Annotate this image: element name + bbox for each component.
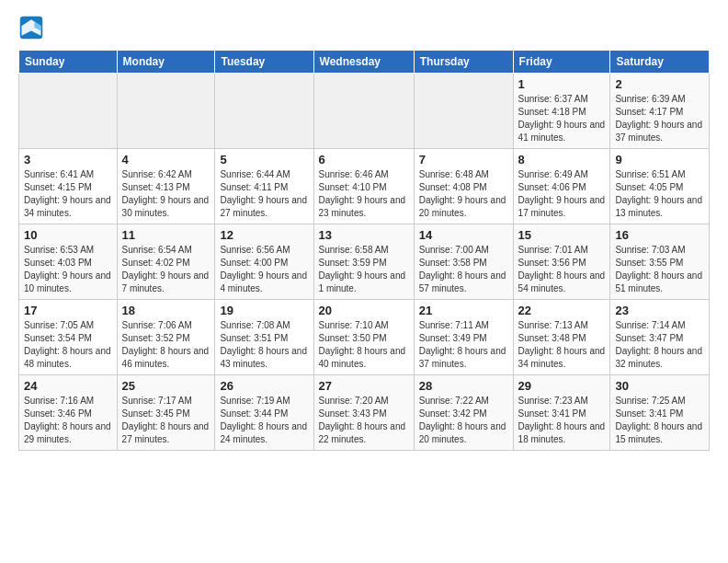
- day-info: Sunrise: 6:46 AM Sunset: 4:10 PM Dayligh…: [319, 168, 409, 220]
- day-info: Sunrise: 7:23 AM Sunset: 3:41 PM Dayligh…: [518, 395, 606, 446]
- calendar-cell: [19, 74, 118, 149]
- day-info: Sunrise: 7:17 AM Sunset: 3:45 PM Dayligh…: [122, 395, 210, 446]
- calendar-cell: 25Sunrise: 7:17 AM Sunset: 3:45 PM Dayli…: [117, 375, 215, 451]
- day-number: 2: [615, 77, 704, 91]
- calendar-cell: 9Sunrise: 6:51 AM Sunset: 4:05 PM Daylig…: [610, 149, 710, 224]
- day-info: Sunrise: 6:37 AM Sunset: 4:18 PM Dayligh…: [518, 93, 606, 144]
- calendar-cell: 27Sunrise: 7:20 AM Sunset: 3:43 PM Dayli…: [313, 375, 414, 451]
- day-info: Sunrise: 7:25 AM Sunset: 3:41 PM Dayligh…: [615, 395, 704, 446]
- calendar-cell: [117, 74, 215, 149]
- calendar-cell: 16Sunrise: 7:03 AM Sunset: 3:55 PM Dayli…: [610, 224, 710, 300]
- calendar-cell: 29Sunrise: 7:23 AM Sunset: 3:41 PM Dayli…: [513, 375, 610, 451]
- calendar-cell: [313, 74, 414, 149]
- day-number: 22: [518, 304, 606, 317]
- calendar-cell: 4Sunrise: 6:42 AM Sunset: 4:13 PM Daylig…: [117, 149, 215, 224]
- calendar-cell: 2Sunrise: 6:39 AM Sunset: 4:17 PM Daylig…: [610, 74, 710, 149]
- day-number: 28: [419, 379, 508, 393]
- day-info: Sunrise: 6:41 AM Sunset: 4:15 PM Dayligh…: [24, 168, 112, 220]
- day-info: Sunrise: 6:48 AM Sunset: 4:08 PM Dayligh…: [419, 168, 508, 220]
- day-number: 6: [319, 153, 409, 167]
- day-info: Sunrise: 7:20 AM Sunset: 3:43 PM Dayligh…: [319, 395, 409, 446]
- day-number: 19: [220, 304, 308, 317]
- day-number: 3: [24, 153, 112, 167]
- day-number: 13: [319, 228, 409, 242]
- calendar-week-row: 10Sunrise: 6:53 AM Sunset: 4:03 PM Dayli…: [19, 224, 710, 300]
- header: [18, 15, 710, 40]
- day-number: 30: [615, 379, 704, 393]
- day-number: 10: [24, 228, 112, 242]
- calendar-cell: 5Sunrise: 6:44 AM Sunset: 4:11 PM Daylig…: [215, 149, 313, 224]
- day-info: Sunrise: 7:10 AM Sunset: 3:50 PM Dayligh…: [319, 319, 409, 371]
- day-number: 23: [615, 304, 704, 317]
- day-number: 29: [518, 379, 606, 393]
- calendar-cell: 30Sunrise: 7:25 AM Sunset: 3:41 PM Dayli…: [610, 375, 710, 451]
- calendar: SundayMondayTuesdayWednesdayThursdayFrid…: [18, 50, 710, 451]
- day-number: 1: [518, 77, 606, 91]
- calendar-cell: 20Sunrise: 7:10 AM Sunset: 3:50 PM Dayli…: [313, 300, 414, 375]
- day-info: Sunrise: 7:22 AM Sunset: 3:42 PM Dayligh…: [419, 395, 508, 446]
- calendar-cell: 26Sunrise: 7:19 AM Sunset: 3:44 PM Dayli…: [215, 375, 313, 451]
- day-number: 14: [419, 228, 508, 242]
- calendar-cell: 21Sunrise: 7:11 AM Sunset: 3:49 PM Dayli…: [414, 300, 513, 375]
- day-info: Sunrise: 7:08 AM Sunset: 3:51 PM Dayligh…: [220, 319, 308, 371]
- day-info: Sunrise: 6:49 AM Sunset: 4:06 PM Dayligh…: [518, 168, 606, 220]
- day-number: 26: [220, 379, 308, 393]
- calendar-cell: 12Sunrise: 6:56 AM Sunset: 4:00 PM Dayli…: [215, 224, 313, 300]
- calendar-cell: 22Sunrise: 7:13 AM Sunset: 3:48 PM Dayli…: [513, 300, 610, 375]
- day-info: Sunrise: 7:11 AM Sunset: 3:49 PM Dayligh…: [419, 319, 508, 371]
- calendar-day-header: Saturday: [610, 51, 710, 74]
- day-info: Sunrise: 7:00 AM Sunset: 3:58 PM Dayligh…: [419, 244, 508, 295]
- day-info: Sunrise: 6:44 AM Sunset: 4:11 PM Dayligh…: [220, 168, 308, 220]
- logo-icon: [18, 15, 44, 40]
- calendar-cell: [215, 74, 313, 149]
- calendar-cell: 3Sunrise: 6:41 AM Sunset: 4:15 PM Daylig…: [19, 149, 118, 224]
- calendar-cell: 11Sunrise: 6:54 AM Sunset: 4:02 PM Dayli…: [117, 224, 215, 300]
- calendar-cell: 6Sunrise: 6:46 AM Sunset: 4:10 PM Daylig…: [313, 149, 414, 224]
- day-info: Sunrise: 7:06 AM Sunset: 3:52 PM Dayligh…: [122, 319, 210, 371]
- day-number: 17: [24, 304, 112, 317]
- calendar-cell: 17Sunrise: 7:05 AM Sunset: 3:54 PM Dayli…: [19, 300, 118, 375]
- calendar-day-header: Wednesday: [313, 51, 414, 74]
- day-number: 9: [615, 153, 704, 167]
- day-info: Sunrise: 6:51 AM Sunset: 4:05 PM Dayligh…: [615, 168, 704, 220]
- logo: [18, 15, 48, 40]
- page: SundayMondayTuesdayWednesdayThursdayFrid…: [0, 0, 728, 563]
- day-info: Sunrise: 7:01 AM Sunset: 3:56 PM Dayligh…: [518, 244, 606, 295]
- calendar-cell: 24Sunrise: 7:16 AM Sunset: 3:46 PM Dayli…: [19, 375, 118, 451]
- calendar-cell: 15Sunrise: 7:01 AM Sunset: 3:56 PM Dayli…: [513, 224, 610, 300]
- calendar-body: 1Sunrise: 6:37 AM Sunset: 4:18 PM Daylig…: [19, 74, 710, 451]
- day-number: 5: [220, 153, 308, 167]
- day-info: Sunrise: 7:19 AM Sunset: 3:44 PM Dayligh…: [220, 395, 308, 446]
- calendar-week-row: 24Sunrise: 7:16 AM Sunset: 3:46 PM Dayli…: [19, 375, 710, 451]
- calendar-cell: 8Sunrise: 6:49 AM Sunset: 4:06 PM Daylig…: [513, 149, 610, 224]
- day-number: 15: [518, 228, 606, 242]
- day-info: Sunrise: 6:42 AM Sunset: 4:13 PM Dayligh…: [122, 168, 210, 220]
- day-info: Sunrise: 6:58 AM Sunset: 3:59 PM Dayligh…: [319, 244, 409, 295]
- calendar-cell: 1Sunrise: 6:37 AM Sunset: 4:18 PM Daylig…: [513, 74, 610, 149]
- calendar-cell: 28Sunrise: 7:22 AM Sunset: 3:42 PM Dayli…: [414, 375, 513, 451]
- day-info: Sunrise: 7:13 AM Sunset: 3:48 PM Dayligh…: [518, 319, 606, 371]
- day-info: Sunrise: 7:14 AM Sunset: 3:47 PM Dayligh…: [615, 319, 704, 371]
- day-info: Sunrise: 6:53 AM Sunset: 4:03 PM Dayligh…: [24, 244, 112, 295]
- day-number: 7: [419, 153, 508, 167]
- day-number: 25: [122, 379, 210, 393]
- calendar-day-header: Monday: [117, 51, 215, 74]
- calendar-day-header: Sunday: [19, 51, 118, 74]
- calendar-day-header: Friday: [513, 51, 610, 74]
- calendar-day-header: Tuesday: [215, 51, 313, 74]
- day-number: 4: [122, 153, 210, 167]
- day-info: Sunrise: 6:56 AM Sunset: 4:00 PM Dayligh…: [220, 244, 308, 295]
- calendar-cell: 19Sunrise: 7:08 AM Sunset: 3:51 PM Dayli…: [215, 300, 313, 375]
- calendar-header-row: SundayMondayTuesdayWednesdayThursdayFrid…: [19, 51, 710, 74]
- day-number: 21: [419, 304, 508, 317]
- calendar-cell: 14Sunrise: 7:00 AM Sunset: 3:58 PM Dayli…: [414, 224, 513, 300]
- calendar-cell: 10Sunrise: 6:53 AM Sunset: 4:03 PM Dayli…: [19, 224, 118, 300]
- day-number: 27: [319, 379, 409, 393]
- day-info: Sunrise: 7:16 AM Sunset: 3:46 PM Dayligh…: [24, 395, 112, 446]
- day-number: 16: [615, 228, 704, 242]
- day-number: 20: [319, 304, 409, 317]
- calendar-cell: 13Sunrise: 6:58 AM Sunset: 3:59 PM Dayli…: [313, 224, 414, 300]
- calendar-week-row: 3Sunrise: 6:41 AM Sunset: 4:15 PM Daylig…: [19, 149, 710, 224]
- day-number: 11: [122, 228, 210, 242]
- day-number: 24: [24, 379, 112, 393]
